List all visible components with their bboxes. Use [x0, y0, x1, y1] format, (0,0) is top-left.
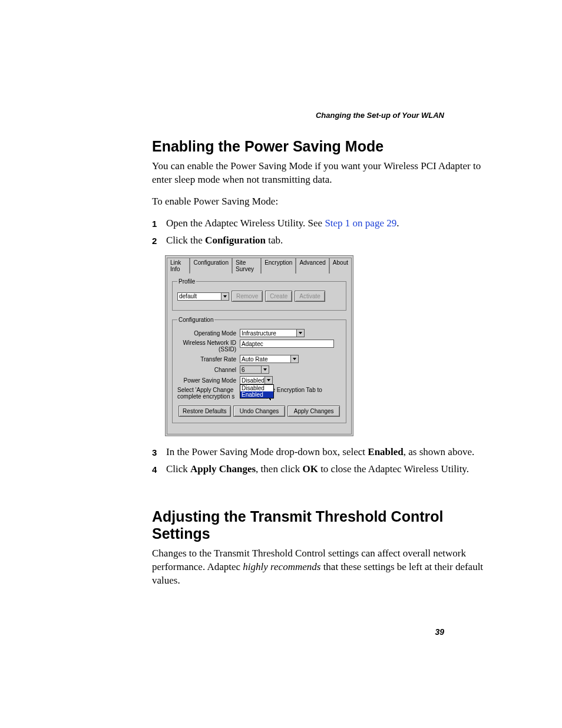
operating-mode-combo[interactable]: Infrastructure [240, 329, 305, 337]
step-1-link[interactable]: Step 1 on page 29 [325, 218, 396, 229]
configuration-group: Configuration Operating Mode Infrastruct… [172, 317, 346, 423]
chevron-down-icon[interactable] [296, 330, 304, 337]
channel-combo[interactable]: 6 [240, 365, 269, 374]
profile-legend: Profile [177, 278, 196, 285]
power-saving-combo[interactable]: Disabled [240, 376, 273, 384]
step-3-post: , as shown above. [404, 446, 474, 457]
page-number: 39 [435, 627, 444, 637]
channel-label: Channel [177, 367, 240, 373]
tab-configuration[interactable]: Configuration [190, 258, 232, 274]
profile-value: default [179, 293, 197, 299]
chevron-down-icon[interactable] [221, 293, 229, 300]
power-saving-dropdown-list: Disabled Enabled [240, 384, 274, 398]
step-number: 4 [152, 463, 166, 476]
step-2-bold: Configuration [205, 235, 266, 246]
activate-button[interactable]: Activate [295, 291, 325, 302]
step-number: 1 [152, 217, 166, 230]
chevron-down-icon[interactable] [261, 366, 269, 373]
psm-option-enabled[interactable]: Enabled [240, 391, 273, 398]
ssid-value: Adaptec [242, 341, 263, 347]
step-4-bold-2: OK [302, 463, 318, 475]
step-2: 2 Click the Configuration tab. [152, 234, 487, 248]
step-1-pre: Open the Adaptec Wireless Utility. See [166, 218, 325, 229]
power-saving-value: Disabled [242, 377, 265, 384]
profile-combo[interactable]: default [177, 292, 229, 301]
restore-defaults-button[interactable]: Restore Defaults [178, 406, 231, 417]
tab-about[interactable]: About [329, 258, 352, 274]
heading-power-saving: Enabling the Power Saving Mode [152, 138, 487, 155]
step-4: 4 Click Apply Changes, then click OK to … [152, 463, 487, 476]
undo-changes-button[interactable]: Undo Changes [233, 406, 286, 417]
tab-encryption[interactable]: Encryption [261, 258, 296, 274]
transfer-rate-value: Auto Rate [242, 356, 267, 363]
intro-paragraph: You can enable the Power Saving Mode if … [152, 160, 487, 187]
power-saving-label: Power Saving Mode [177, 377, 240, 384]
step-4-mid: , then click [256, 463, 302, 475]
step-4-post: to close the Adaptec Wireless Utility. [318, 463, 469, 475]
transfer-rate-label: Transfer Rate [177, 356, 240, 363]
operating-mode-label: Operating Mode [177, 330, 240, 337]
highly-recommends: highly recommends [243, 561, 320, 572]
step-number: 2 [152, 234, 166, 247]
embedded-screenshot: Link Info Configuration Site Survey Encr… [165, 255, 487, 436]
tab-site-survey[interactable]: Site Survey [232, 258, 261, 274]
create-button[interactable]: Create [265, 291, 292, 302]
ssid-input[interactable]: Adaptec [240, 340, 334, 348]
step-1-post: . [396, 218, 399, 229]
tab-link-info[interactable]: Link Info [167, 258, 190, 274]
step-number: 3 [152, 446, 166, 459]
running-head: Changing the Set-up of Your WLAN [316, 111, 444, 120]
remove-button[interactable]: Remove [232, 291, 263, 302]
configuration-legend: Configuration [177, 317, 214, 323]
channel-value: 6 [242, 367, 245, 373]
operating-mode-value: Infrastructure [242, 330, 276, 337]
heading-transmit-threshold: Adjusting the Transmit Threshold Control… [152, 508, 487, 542]
tab-advanced[interactable]: Advanced [296, 258, 329, 274]
profile-group: Profile default Remove Create Activate [172, 278, 346, 311]
chevron-down-icon[interactable] [265, 377, 272, 384]
step-1: 1 Open the Adaptec Wireless Utility. See… [152, 217, 487, 230]
chevron-down-icon[interactable] [290, 355, 298, 363]
apply-changes-button[interactable]: Apply Changes [287, 406, 340, 417]
step-4-bold-1: Apply Changes [190, 463, 256, 475]
transfer-rate-combo[interactable]: Auto Rate [240, 355, 299, 363]
tab-strip: Link Info Configuration Site Survey Encr… [167, 257, 352, 274]
step-4-pre: Click [166, 463, 190, 475]
psm-option-disabled[interactable]: Disabled [240, 385, 273, 391]
ssid-label: Wireless Network ID (SSID) [177, 340, 240, 353]
step-3-pre: In the Power Saving Mode drop-down box, … [166, 446, 368, 457]
section2-paragraph: Changes to the Transmit Threshold Contro… [152, 547, 487, 588]
step-2-pre: Click the [166, 235, 205, 246]
lead-paragraph: To enable Power Saving Mode: [152, 195, 487, 209]
step-3: 3 In the Power Saving Mode drop-down box… [152, 446, 487, 459]
step-2-post: tab. [266, 235, 283, 246]
step-3-bold: Enabled [368, 446, 403, 457]
